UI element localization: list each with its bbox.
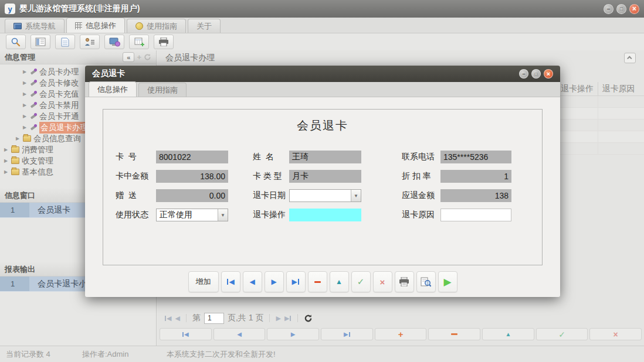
- nav-next-button[interactable]: ▶: [267, 328, 319, 340]
- grid-navigator: ◀ ◀ ▶ ▶ + ▲ ✓ ×: [160, 328, 642, 340]
- card-type-label: 卡 类 型: [253, 171, 282, 182]
- add-record-button[interactable]: 增加: [188, 271, 219, 292]
- chevron-down-icon[interactable]: ▼: [218, 209, 228, 221]
- chevron-up-icon: [627, 56, 632, 60]
- monitor-button[interactable]: [104, 35, 124, 49]
- wand-icon: [30, 69, 37, 76]
- return-date-label: 退卡日期: [253, 190, 286, 201]
- refund-amount-field: 138: [440, 189, 511, 202]
- print-button[interactable]: [395, 271, 414, 292]
- tab-user-guide[interactable]: 使用指南: [127, 19, 186, 33]
- panel-title: 信息管理: [5, 52, 35, 63]
- phone-field: 135****5236: [440, 151, 511, 163]
- return-operator-field[interactable]: [289, 209, 361, 221]
- search-button[interactable]: [6, 35, 26, 49]
- nav-last-button[interactable]: ▶: [321, 328, 373, 340]
- content-caption-bar: 会员退卡办理: [157, 50, 644, 66]
- balance-label: 卡中金额: [116, 171, 148, 182]
- next-record-button[interactable]: ▶: [265, 271, 284, 292]
- tab-system-nav[interactable]: 系统导航: [5, 19, 65, 33]
- tab-label: 使用指南: [147, 21, 177, 32]
- document-button[interactable]: [55, 35, 75, 49]
- edit-record-button[interactable]: ▲: [330, 271, 349, 292]
- window-minimize-button[interactable]: [604, 4, 614, 14]
- card-no-field: 8001022: [156, 151, 228, 163]
- dialog-title: 会员退卡: [92, 69, 125, 79]
- dialog-tab-info-operation[interactable]: 信息操作: [89, 81, 137, 97]
- search-icon: [11, 37, 21, 47]
- folder-icon: [23, 135, 31, 142]
- collapse-up-button[interactable]: [624, 53, 636, 63]
- grid-icon: [75, 22, 82, 29]
- printer-button[interactable]: [154, 35, 174, 49]
- last-record-button[interactable]: ▶: [286, 271, 306, 292]
- discount-field: 1: [440, 170, 511, 183]
- nav-delete-button[interactable]: [428, 328, 480, 340]
- tab-label: 信息操作: [86, 21, 116, 31]
- nav-first-button[interactable]: ◀: [160, 328, 212, 340]
- gift-field: 0.00: [156, 189, 228, 202]
- nav-edit-button[interactable]: ▲: [482, 328, 534, 340]
- check-icon: ✓: [357, 276, 365, 287]
- chevron-down-icon[interactable]: ▼: [351, 190, 361, 202]
- status-message: 本系统支持二次开发和全新开发!: [167, 349, 276, 360]
- tab-info-operation[interactable]: 信息操作: [66, 18, 125, 33]
- monitor-globe-icon: [109, 37, 120, 47]
- window-title: 婴儿游泳馆管理系统(非注册用户): [19, 4, 140, 14]
- collapse-panel-button[interactable]: «: [123, 52, 134, 62]
- return-reason-field[interactable]: [440, 209, 511, 221]
- prev-record-button[interactable]: ◀: [243, 271, 262, 292]
- status-bar: 当前记录数 4 操作者:Admin 本系统支持二次开发和全新开发!: [0, 346, 644, 362]
- column-return-operator[interactable]: 退卡操作: [557, 82, 598, 96]
- page-next-button[interactable]: ▶: [276, 315, 280, 322]
- card-no-label: 卡 号: [116, 152, 137, 162]
- return-date-combobox[interactable]: ▼: [289, 189, 361, 202]
- nav-cancel-button[interactable]: ×: [589, 328, 642, 340]
- cancel-record-button[interactable]: ×: [373, 271, 392, 292]
- page-number-input[interactable]: [204, 313, 224, 324]
- execute-button[interactable]: ▶: [438, 271, 457, 292]
- tab-about[interactable]: 关于: [188, 19, 221, 33]
- use-status-combobox[interactable]: 正常使用 ▼: [156, 209, 228, 221]
- window-close-button[interactable]: [629, 4, 639, 14]
- nav-save-button[interactable]: ✓: [536, 328, 588, 340]
- cross-icon: ×: [380, 277, 385, 287]
- page-prev-button[interactable]: ◀: [175, 315, 179, 322]
- window-maximize-button[interactable]: [616, 4, 626, 14]
- print-preview-button[interactable]: [416, 271, 436, 292]
- wand-icon: [30, 91, 37, 98]
- dialog-close-button[interactable]: [544, 69, 553, 78]
- form-button[interactable]: [30, 35, 50, 49]
- column-return-reason[interactable]: 退卡原因: [598, 82, 639, 96]
- minus-icon: [314, 281, 321, 283]
- nav-prev-button[interactable]: ◀: [213, 328, 266, 340]
- first-record-button[interactable]: ◀: [221, 271, 240, 292]
- card-type-field: 月卡: [289, 170, 361, 183]
- dialog-maximize-button[interactable]: [531, 69, 541, 78]
- discount-label: 折 扣 率: [402, 171, 431, 182]
- page-first-button[interactable]: ◀: [164, 315, 171, 322]
- page-last-button[interactable]: ▶: [284, 315, 292, 322]
- dialog-tab-user-guide[interactable]: 使用指南: [138, 83, 187, 97]
- nav-add-button[interactable]: +: [375, 328, 427, 340]
- content-caption: 会员退卡办理: [165, 53, 215, 63]
- tab-label: 关于: [196, 21, 212, 32]
- table-add-button[interactable]: [129, 35, 149, 49]
- member-card-return-dialog: 会员退卡 信息操作 使用指南 会员退卡 卡 号 8001022 姓 名 王琦 联…: [85, 66, 560, 297]
- folder-icon: [11, 169, 19, 175]
- user-list-icon: [84, 37, 95, 47]
- folder-icon: [11, 158, 19, 164]
- add-icon[interactable]: +: [137, 53, 141, 62]
- operator-button[interactable]: [80, 35, 100, 49]
- row-index: 1: [0, 203, 29, 217]
- printer-icon: [158, 37, 169, 46]
- delete-record-button[interactable]: [308, 271, 327, 292]
- printer-icon: [399, 277, 409, 286]
- save-record-button[interactable]: ✓: [351, 271, 371, 292]
- grid-refresh-button[interactable]: [304, 314, 313, 323]
- refresh-icon[interactable]: [144, 53, 151, 61]
- minus-icon: [451, 333, 457, 335]
- dialog-minimize-button[interactable]: [519, 69, 528, 78]
- form-icon: [35, 37, 46, 46]
- wand-icon: [30, 113, 37, 120]
